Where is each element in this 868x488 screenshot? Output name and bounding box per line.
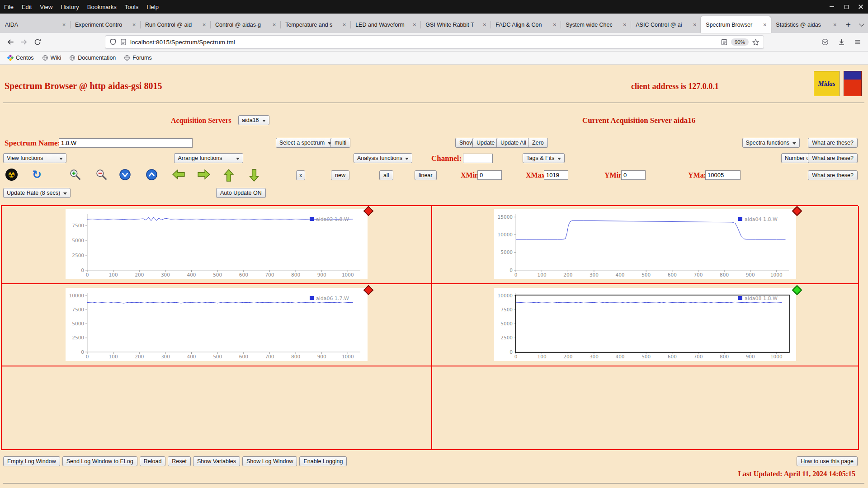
channel-input[interactable] <box>463 154 493 163</box>
empty-log-window-button[interactable]: Empty Log Window <box>3 456 60 466</box>
update-rate-dropdown[interactable]: Update Rate (8 secs) <box>3 188 71 198</box>
radiation-icon[interactable]: ☢ <box>5 169 18 181</box>
tab-system-wide-checks[interactable]: System wide Chec× <box>561 16 631 33</box>
zero-button[interactable]: Zero <box>528 138 548 148</box>
bookmark-forums[interactable]: Forums <box>121 54 154 62</box>
tab-close-icon[interactable]: × <box>340 21 348 28</box>
bookmark-wiki[interactable]: Wiki <box>39 54 64 62</box>
arrow-up-icon[interactable] <box>223 169 235 182</box>
reader-mode-icon[interactable] <box>721 38 728 46</box>
menu-file[interactable]: File <box>0 0 18 14</box>
tab-close-icon[interactable]: × <box>200 21 208 28</box>
app-menu-button[interactable] <box>851 35 864 49</box>
zoom-out-icon[interactable] <box>95 169 108 181</box>
send-log-to-elog-button[interactable]: Send Log Window to ELog <box>62 456 137 466</box>
new-button[interactable]: new <box>331 170 349 180</box>
tab-led-waveform[interactable]: LED and Waveform× <box>350 16 420 33</box>
update-all-button[interactable]: Update All <box>496 138 530 148</box>
spectrum-chart-aida06[interactable]: 0250050007500100000100200300400500600700… <box>66 288 368 361</box>
zoom-level-badge[interactable]: 90% <box>731 38 749 46</box>
multi-button[interactable]: multi <box>330 138 350 148</box>
arrange-functions-dropdown[interactable]: Arrange functions <box>174 153 243 163</box>
tab-close-icon[interactable]: × <box>60 21 68 28</box>
what-are-these-button-3[interactable]: What are these? <box>808 170 858 180</box>
zoom-in-icon[interactable] <box>69 169 81 181</box>
reload-page-button[interactable]: Reload <box>140 456 166 466</box>
close-button[interactable] <box>854 0 868 14</box>
back-button[interactable] <box>4 35 17 49</box>
analysis-functions-dropdown[interactable]: Analysis functions <box>354 153 412 163</box>
expand-up-icon[interactable] <box>146 169 158 181</box>
shield-icon[interactable] <box>109 38 117 46</box>
expand-down-icon[interactable] <box>119 169 131 181</box>
partner-logo[interactable] <box>844 71 862 96</box>
tab-temperature[interactable]: Temperature and s× <box>280 16 350 33</box>
tab-experiment-control[interactable]: Experiment Contro× <box>70 16 140 33</box>
new-tab-button[interactable]: + <box>841 16 855 33</box>
tab-control-aidas[interactable]: Control @ aidas-g× <box>210 16 280 33</box>
how-to-use-button[interactable]: How to use this page <box>797 456 858 466</box>
maximize-button[interactable] <box>839 0 854 14</box>
update-button[interactable]: Update <box>472 138 499 148</box>
menu-edit[interactable]: Edit <box>18 0 36 14</box>
bookmark-star-icon[interactable] <box>752 38 760 46</box>
auto-update-button[interactable]: Auto Update ON <box>216 188 266 198</box>
url-text[interactable]: localhost:8015/Spectrum/Spectrum.tml <box>130 39 717 46</box>
page-info-icon[interactable] <box>120 38 127 46</box>
tab-statistics[interactable]: Statistics @ aidas× <box>771 16 841 33</box>
what-are-these-button-2[interactable]: What are these? <box>808 153 858 163</box>
what-are-these-button-1[interactable]: What are these? <box>808 138 858 148</box>
spectra-functions-dropdown[interactable]: Spectra functions <box>742 138 800 148</box>
tab-aida[interactable]: AIDA× <box>0 16 70 33</box>
spectrum-chart-aida02[interactable]: 0250050007500010020030040050060070080090… <box>66 209 368 279</box>
tab-close-icon[interactable]: × <box>481 21 488 28</box>
select-spectrum-dropdown[interactable]: Select a spectrum <box>276 138 335 148</box>
arrow-left-icon[interactable] <box>172 169 185 180</box>
spectrum-name-input[interactable] <box>59 138 193 148</box>
xmin-input[interactable] <box>477 170 502 180</box>
linear-button[interactable]: linear <box>415 170 437 180</box>
tab-close-icon[interactable]: × <box>130 21 138 28</box>
x-button[interactable]: x <box>296 170 305 180</box>
reset-button[interactable]: Reset <box>168 456 191 466</box>
all-button[interactable]: all <box>379 170 393 180</box>
tab-close-icon[interactable]: × <box>621 21 628 28</box>
tab-run-control[interactable]: Run Control @ aid× <box>140 16 210 33</box>
arrow-down-icon[interactable] <box>248 169 260 182</box>
url-bar[interactable]: localhost:8015/Spectrum/Spectrum.tml 90% <box>105 35 764 49</box>
list-all-tabs-button[interactable] <box>855 16 868 33</box>
ymin-input[interactable] <box>621 170 646 180</box>
show-log-window-button[interactable]: Show Log Window <box>242 456 297 466</box>
tab-close-icon[interactable]: × <box>410 21 418 28</box>
tab-close-icon[interactable]: × <box>551 21 558 28</box>
tab-fadc-align[interactable]: FADC Align & Con× <box>491 16 561 33</box>
enable-logging-button[interactable]: Enable Logging <box>299 456 347 466</box>
tab-close-icon[interactable]: × <box>691 21 698 28</box>
spectrum-chart-aida04[interactable]: 0500010000150000100200300400500600700800… <box>494 209 796 279</box>
tab-close-icon[interactable]: × <box>761 21 769 28</box>
tags-fits-dropdown[interactable]: Tags & Fits <box>523 153 565 163</box>
show-variables-button[interactable]: Show Variables <box>193 456 240 466</box>
menu-view[interactable]: View <box>36 0 57 14</box>
xmax-input[interactable] <box>544 170 568 180</box>
tab-spectrum-browser[interactable]: Spectrum Browser× <box>701 16 771 33</box>
spectrum-chart-aida08[interactable]: 0250050007500100000100200300400500600700… <box>494 288 796 361</box>
reload-button[interactable] <box>31 35 44 49</box>
bookmark-centos[interactable]: Centos <box>5 54 37 62</box>
forward-button[interactable] <box>17 35 31 49</box>
tab-close-icon[interactable]: × <box>270 21 278 28</box>
midas-logo[interactable]: Midas <box>814 71 840 96</box>
menu-help[interactable]: Help <box>142 0 163 14</box>
menu-tools[interactable]: Tools <box>121 0 142 14</box>
menu-bookmarks[interactable]: Bookmarks <box>83 0 121 14</box>
downloads-button[interactable] <box>835 35 848 49</box>
minimize-button[interactable] <box>825 0 839 14</box>
bookmark-documentation[interactable]: Documentation <box>66 54 118 62</box>
ymax-input[interactable] <box>705 170 741 180</box>
acquisition-server-select[interactable]: aida16 <box>238 115 269 125</box>
tab-gsi-white-rabbit[interactable]: GSI White Rabbit T× <box>420 16 491 33</box>
pocket-button[interactable] <box>818 35 832 49</box>
menu-history[interactable]: History <box>57 0 83 14</box>
arrow-right-icon[interactable] <box>197 169 211 180</box>
tab-close-icon[interactable]: × <box>831 21 839 28</box>
